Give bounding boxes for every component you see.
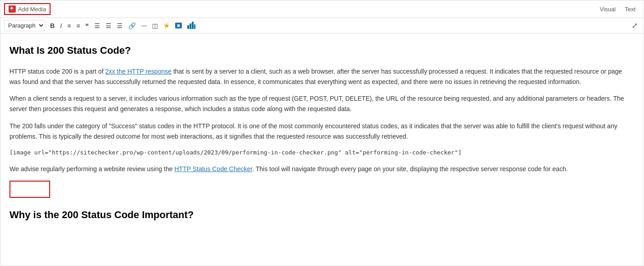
- svg-rect-3: [194, 24, 195, 29]
- top-bar: Add Media Visual Text: [0, 0, 644, 18]
- chart-btn[interactable]: [185, 20, 198, 31]
- align-center-icon: ☰: [106, 23, 111, 29]
- formatting-toolbar: Paragraph B I ≡ ≡ ❝ ☰ ☰ ☰ 🔗 ―: [0, 18, 644, 33]
- table-btn[interactable]: ◫: [150, 21, 160, 30]
- para1-text-before: HTTP status code 200 is a part of: [9, 68, 105, 75]
- editor-wrapper: Add Media Visual Text Paragraph B I ≡ ≡ …: [0, 0, 644, 266]
- image-shortcode: [image url="https://sitechecker.pro/wp-c…: [9, 148, 635, 158]
- align-right-icon: ☰: [117, 23, 123, 29]
- svg-rect-0: [187, 25, 189, 29]
- ordered-list-icon: ≡: [76, 23, 80, 29]
- view-tabs: Visual Text: [595, 4, 640, 14]
- plugin1-icon: ■: [175, 23, 182, 28]
- align-center-btn[interactable]: ☰: [103, 21, 114, 30]
- content-area[interactable]: What Is 200 Status Code? HTTP status cod…: [0, 33, 644, 244]
- add-media-label: Add Media: [18, 6, 46, 13]
- heading-what-is-200: What Is 200 Status Code?: [9, 42, 635, 58]
- paragraph-2: When a client sends a request to a serve…: [9, 93, 635, 114]
- svg-rect-1: [190, 23, 191, 29]
- align-left-icon: ☰: [94, 23, 100, 29]
- chart-icon: [187, 22, 195, 30]
- paragraph-select[interactable]: Paragraph: [4, 20, 45, 31]
- bold-btn[interactable]: B: [48, 21, 57, 30]
- ordered-list-btn[interactable]: ≡: [74, 21, 82, 30]
- table-icon: ◫: [152, 23, 158, 29]
- fullscreen-icon: ⤢: [632, 22, 638, 29]
- link-icon: 🔗: [128, 23, 136, 29]
- more-tag-btn[interactable]: ―: [139, 22, 149, 30]
- italic-icon: I: [60, 23, 62, 29]
- more-tag-icon: ―: [141, 23, 147, 28]
- para4-link[interactable]: HTTP Status Code Checker: [174, 165, 252, 173]
- paragraph-4: We advise regularly performing a website…: [9, 164, 635, 174]
- star-btn[interactable]: ★: [161, 21, 172, 31]
- star-icon: ★: [163, 22, 170, 29]
- paragraph-1: HTTP status code 200 is a part of 2xx th…: [9, 66, 635, 87]
- red-selection-box: [9, 181, 50, 198]
- unordered-list-icon: ≡: [67, 23, 71, 29]
- para4-text-after: . This tool will navigate through every …: [252, 165, 568, 173]
- align-left-btn[interactable]: ☰: [92, 21, 102, 30]
- text-tab[interactable]: Text: [620, 4, 640, 14]
- paragraph-3: The 200 falls under the category of "Suc…: [9, 121, 635, 142]
- unordered-list-btn[interactable]: ≡: [65, 21, 73, 30]
- plugin-btn1[interactable]: ■: [173, 21, 184, 30]
- svg-rect-2: [192, 22, 194, 29]
- para4-text-before: We advise regularly performing a website…: [9, 165, 174, 173]
- bold-icon: B: [50, 23, 55, 29]
- heading-why-important: Why is the 200 Status Code Important?: [9, 207, 635, 223]
- para1-link[interactable]: 2xx the HTTP response: [105, 68, 171, 75]
- blockquote-icon: ❝: [85, 23, 89, 29]
- add-media-button[interactable]: Add Media: [4, 3, 51, 15]
- italic-btn[interactable]: I: [58, 21, 64, 30]
- link-btn[interactable]: 🔗: [126, 21, 138, 30]
- blockquote-btn[interactable]: ❝: [83, 21, 91, 30]
- fullscreen-btn[interactable]: ⤢: [630, 20, 640, 31]
- visual-tab[interactable]: Visual: [595, 4, 620, 14]
- add-media-icon: [9, 5, 16, 13]
- align-right-btn[interactable]: ☰: [115, 21, 125, 30]
